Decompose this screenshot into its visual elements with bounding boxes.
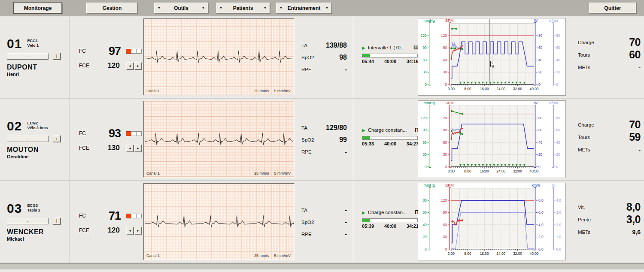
svg-text:32:00: 32:00 <box>513 169 522 173</box>
control-row: Pente3,0◄► <box>578 213 644 226</box>
elapsed-time: 05:39 <box>362 224 374 229</box>
vital-value: 129/80 <box>321 124 347 132</box>
control-label: METs <box>578 230 608 235</box>
svg-text:0,0: 0,0 <box>538 247 544 251</box>
control-label: Vit. <box>578 205 608 210</box>
outils-dropdown[interactable]: ▼ Outils ▼ <box>154 3 208 13</box>
gestion-button[interactable]: Gestion <box>86 3 138 13</box>
vitals-list: TA129/80SpO299RPE- <box>301 122 347 158</box>
patients-dropdown[interactable]: ▼ Patients ▼ <box>216 3 270 13</box>
ecg-gain-label: 5 mm/mV <box>274 89 291 93</box>
monitorage-button[interactable]: Monitorage <box>14 3 62 13</box>
chevron-down-icon: ▼ <box>279 6 283 9</box>
quitter-button[interactable]: Quitter <box>589 3 636 13</box>
svg-text:30: 30 <box>443 152 447 157</box>
svg-text:8:00: 8:00 <box>464 169 471 173</box>
patient-selector-button[interactable]: - <box>7 53 49 60</box>
heart-rate-panel: FC 93 FCE 130 ◄ ► <box>70 99 142 180</box>
svg-text:0:00: 0:00 <box>448 87 455 91</box>
ecg-strip[interactable]: Canal 1 25 mm/s 5 mm/mV <box>143 18 295 95</box>
program-name: Intervalle 1 (70... <box>368 45 412 50</box>
fce-decrease-button[interactable]: ◄ <box>126 227 134 234</box>
vital-value: - <box>321 148 347 156</box>
trend-chart-panel: 0306090120mmHg0306090120BPM020406080W020… <box>416 99 567 180</box>
fce-label: FCE <box>79 145 96 151</box>
patient-selector-button[interactable]: - <box>7 218 49 224</box>
trend-chart[interactable]: 0306090120mmHg0306090120BPM020406080W020… <box>418 18 566 96</box>
vital-label: SpO2 <box>301 220 321 225</box>
ecg-strip[interactable]: Canal 1 25 mm/s 5 mm/mV <box>143 183 295 260</box>
ecg-gain-label: 5 mm/mV <box>274 171 291 175</box>
svg-text:120: 120 <box>441 116 447 120</box>
svg-text:32:00: 32:00 <box>513 87 522 91</box>
toolbar: Monitorage Gestion ▼ Outils ▼ ▼ Patients… <box>0 0 644 16</box>
fce-increase-button[interactable]: ► <box>134 227 142 234</box>
fce-increase-button[interactable]: ► <box>134 62 142 70</box>
svg-text:90: 90 <box>443 210 447 215</box>
program-progress-bar <box>362 218 418 222</box>
fc-zone-indicator <box>126 49 142 54</box>
patient-first-name: Géraldine <box>7 154 69 159</box>
fce-decrease-button[interactable]: ◄ <box>126 145 134 152</box>
chevron-down-icon: ▼ <box>325 6 328 9</box>
svg-text:60: 60 <box>538 128 543 132</box>
fce-decrease-button[interactable]: ◄ <box>126 62 134 70</box>
total-time: 40:00 <box>384 59 396 64</box>
svg-text:0: 0 <box>425 165 427 169</box>
controls-list: Charge70◄►Tours59METs- <box>578 118 644 156</box>
entrainement-dropdown[interactable]: ▼ Entrainement ▼ <box>276 3 332 13</box>
svg-text:40: 40 <box>556 58 560 62</box>
svg-text:120: 120 <box>441 198 447 202</box>
chevron-down-icon: ▼ <box>158 6 161 9</box>
trend-chart-panel: 0306090120mmHg0306090120BPM020406080W020… <box>416 16 567 98</box>
info-button[interactable]: i <box>53 135 61 142</box>
info-button[interactable]: i <box>53 218 61 224</box>
svg-text:BPM: BPM <box>445 183 453 187</box>
svg-text:90: 90 <box>422 128 427 132</box>
svg-text:1,0: 1,0 <box>556 235 561 239</box>
svg-text:80: 80 <box>556 33 560 38</box>
svg-text:30: 30 <box>422 152 427 157</box>
control-label: Tours <box>578 52 608 57</box>
svg-text:16:00: 16:00 <box>480 251 489 256</box>
fce-increase-button[interactable]: ► <box>134 145 142 152</box>
svg-text:40: 40 <box>422 223 427 227</box>
svg-text:tr/mn: tr/mn <box>549 18 558 23</box>
trend-chart-panel: 020406080mmHg0306090120BPM0,02,04,06,08,… <box>416 181 567 263</box>
device-label: Vélo 1 <box>27 43 39 48</box>
total-time: 40:00 <box>384 141 396 146</box>
svg-text:mmHg: mmHg <box>424 183 435 187</box>
vital-row: TA- <box>301 204 347 216</box>
svg-text:90: 90 <box>443 45 447 50</box>
heart-rate-panel: FC 71 FCE 120 ◄ ► <box>70 181 142 263</box>
vital-row: RPE- <box>301 146 347 158</box>
fc-zone-cell <box>136 49 142 54</box>
fc-zone-cell <box>136 131 142 136</box>
svg-text:30: 30 <box>443 235 447 239</box>
svg-text:0: 0 <box>425 82 427 87</box>
ecg-strip[interactable]: Canal 1 25 mm/s 5 mm/mV <box>143 101 295 178</box>
trend-chart[interactable]: 020406080mmHg0306090120BPM0,02,04,06,08,… <box>418 183 566 260</box>
patient-last-name: MOUTON <box>7 146 69 154</box>
info-button[interactable]: i <box>53 53 61 60</box>
control-value: - <box>608 146 641 153</box>
entrainement-label: Entrainement <box>283 5 325 11</box>
fc-value: 97 <box>97 45 121 58</box>
fce-value: 130 <box>96 144 120 152</box>
svg-text:24:00: 24:00 <box>496 169 505 173</box>
control-value: 9,6 <box>608 229 641 236</box>
fc-value: 93 <box>97 127 121 140</box>
patient-info-panel: 03 ECG3 Tapis 1 - i WENCKER Mickael <box>0 181 70 263</box>
svg-text:60: 60 <box>443 140 447 145</box>
patient-selector-button[interactable]: - <box>7 136 49 142</box>
svg-text:20: 20 <box>556 70 560 74</box>
svg-text:80: 80 <box>422 198 427 202</box>
svg-text:km/h: km/h <box>532 183 540 187</box>
control-label: Charge <box>578 122 608 127</box>
control-value: 70 <box>608 118 641 131</box>
svg-text:2,0: 2,0 <box>556 223 561 227</box>
trend-chart[interactable]: 0306090120mmHg0306090120BPM020406080W020… <box>418 100 566 178</box>
svg-text:20: 20 <box>422 235 427 239</box>
vital-value: 99 <box>321 136 347 144</box>
svg-text:24:00: 24:00 <box>496 87 505 91</box>
